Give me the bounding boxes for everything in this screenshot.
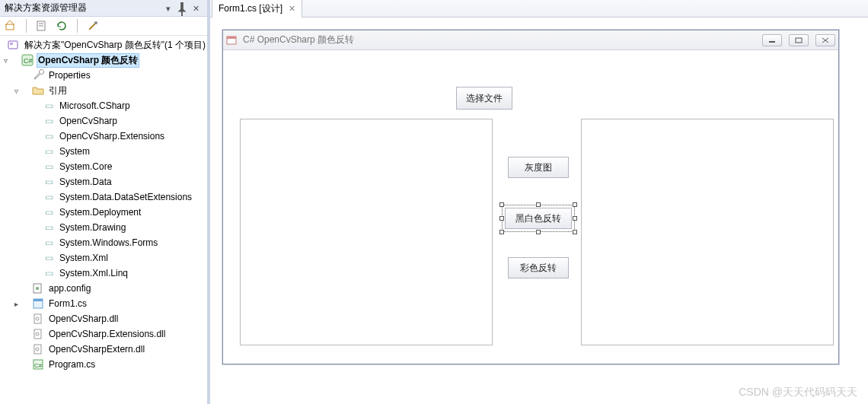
explorer-title-text: 解决方案资源管理器 bbox=[5, 2, 87, 14]
svg-rect-11 bbox=[34, 314, 41, 323]
properties-icon[interactable] bbox=[87, 20, 99, 32]
collapse-icon[interactable] bbox=[36, 20, 48, 32]
svg-rect-4 bbox=[10, 43, 13, 45]
reference-icon: ▭ bbox=[43, 115, 55, 127]
reference-item[interactable]: ▭System bbox=[0, 144, 207, 159]
reference-icon: ▭ bbox=[43, 176, 55, 188]
maximize-button[interactable] bbox=[789, 34, 809, 46]
reference-icon: ▭ bbox=[43, 206, 55, 218]
reference-item[interactable]: ▭System.Drawing bbox=[0, 220, 207, 235]
document-area: Form1.cs [设计] ✕ C# OpenCvSharp 颜色反转 选择文件 bbox=[210, 0, 868, 404]
form-title: C# OpenCvSharp 颜色反转 bbox=[243, 33, 354, 46]
reference-item[interactable]: ▭System.Xml.Linq bbox=[0, 266, 207, 281]
resize-handle[interactable] bbox=[573, 216, 577, 221]
reference-item[interactable]: ▭System.Deployment bbox=[0, 205, 207, 220]
picturebox-left[interactable] bbox=[240, 119, 493, 345]
explorer-toolbar bbox=[0, 17, 207, 36]
file-program[interactable]: C#Program.cs bbox=[0, 357, 207, 372]
reference-icon: ▭ bbox=[43, 161, 55, 173]
picturebox-right[interactable] bbox=[581, 119, 834, 345]
dropdown-icon[interactable]: ▾ bbox=[161, 2, 175, 14]
resize-handle[interactable] bbox=[573, 202, 577, 207]
resize-handle[interactable] bbox=[499, 230, 504, 234]
svg-rect-21 bbox=[769, 41, 775, 43]
resize-handle[interactable] bbox=[499, 216, 504, 221]
explorer-title-bar[interactable]: 解决方案资源管理器 ▾ ✕ bbox=[0, 0, 207, 17]
minimize-button[interactable] bbox=[762, 34, 782, 46]
references-node[interactable]: ▿ 引用 bbox=[0, 83, 207, 98]
solution-label: 解决方案"OpenCvSharp 颜色反转"(1 个项目) bbox=[23, 38, 207, 52]
reference-icon: ▭ bbox=[43, 130, 55, 142]
bw-invert-button[interactable]: 黑白色反转 bbox=[505, 208, 572, 229]
refresh-icon[interactable] bbox=[56, 20, 68, 32]
cs-icon: C# bbox=[32, 358, 44, 371]
reference-item[interactable]: ▭System.Data bbox=[0, 174, 207, 189]
folder-icon bbox=[32, 84, 44, 97]
solution-node[interactable]: 解决方案"OpenCvSharp 颜色反转"(1 个项目) bbox=[0, 37, 207, 52]
reference-item[interactable]: ▭Microsoft.CSharp bbox=[0, 98, 207, 113]
config-icon bbox=[32, 282, 44, 294]
reference-item[interactable]: ▭System.Windows.Forms bbox=[0, 235, 207, 250]
chevron-right-icon[interactable]: ▸ bbox=[11, 298, 21, 309]
reference-icon: ▭ bbox=[43, 237, 55, 249]
wrench-icon bbox=[32, 69, 44, 81]
form-icon bbox=[226, 34, 238, 46]
close-icon[interactable]: ✕ bbox=[189, 2, 203, 14]
properties-label: Properties bbox=[47, 69, 92, 81]
reference-item[interactable]: ▭OpenCvSharp.Extensions bbox=[0, 129, 207, 144]
select-file-button[interactable]: 选择文件 bbox=[456, 87, 512, 110]
references-label: 引用 bbox=[47, 84, 69, 98]
csproj-icon: C# bbox=[21, 54, 34, 66]
chevron-down-icon[interactable]: ▿ bbox=[11, 85, 21, 96]
reference-item[interactable]: ▭OpenCvSharp bbox=[0, 113, 207, 129]
resize-handle[interactable] bbox=[499, 202, 504, 207]
file-dll[interactable]: OpenCvSharp.dll bbox=[0, 311, 207, 326]
svg-point-2 bbox=[94, 21, 97, 24]
svg-text:C#: C# bbox=[34, 362, 43, 369]
svg-point-8 bbox=[36, 287, 39, 290]
designer-surface[interactable]: C# OpenCvSharp 颜色反转 选择文件 灰度图 黑白色反转 彩色反转 bbox=[210, 17, 868, 404]
chevron-down-icon[interactable]: ▿ bbox=[0, 55, 11, 65]
svg-text:C#: C# bbox=[24, 57, 33, 65]
file-appconfig[interactable]: app.config bbox=[0, 281, 207, 296]
form-client[interactable]: 选择文件 灰度图 黑白色反转 彩色反转 bbox=[223, 50, 838, 364]
svg-rect-15 bbox=[34, 345, 41, 354]
form-icon bbox=[32, 297, 44, 310]
resize-handle[interactable] bbox=[536, 230, 541, 234]
svg-rect-20 bbox=[227, 37, 236, 39]
chevron-right-icon[interactable] bbox=[0, 40, 8, 50]
file-form1[interactable]: ▸Form1.cs bbox=[0, 296, 207, 311]
reference-icon: ▭ bbox=[43, 100, 55, 112]
resize-handle[interactable] bbox=[536, 202, 541, 207]
reference-item[interactable]: ▭System.Xml bbox=[0, 250, 207, 266]
reference-item[interactable]: ▭System.Core bbox=[0, 159, 207, 174]
tab-form1-design[interactable]: Form1.cs [设计] ✕ bbox=[212, 0, 302, 17]
close-button[interactable] bbox=[815, 34, 835, 46]
svg-rect-0 bbox=[6, 24, 14, 30]
resize-handle[interactable] bbox=[573, 230, 577, 234]
solution-explorer-panel: 解决方案资源管理器 ▾ ✕ 解决方案"OpenCvSharp 颜色反转"(1 个… bbox=[0, 0, 210, 404]
reference-icon: ▭ bbox=[43, 267, 55, 279]
reference-icon: ▭ bbox=[43, 191, 55, 203]
document-tabs: Form1.cs [设计] ✕ bbox=[210, 0, 868, 17]
dll-icon bbox=[32, 343, 44, 355]
file-dll[interactable]: OpenCvSharpExtern.dll bbox=[0, 342, 207, 357]
project-node[interactable]: ▿ C# OpenCvSharp 颜色反转 bbox=[0, 52, 207, 68]
home-icon[interactable] bbox=[5, 20, 17, 32]
svg-rect-10 bbox=[34, 299, 43, 301]
reference-item[interactable]: ▭System.Data.DataSetExtensions bbox=[0, 189, 207, 205]
form-window[interactable]: C# OpenCvSharp 颜色反转 选择文件 灰度图 黑白色反转 彩色反转 bbox=[222, 30, 839, 364]
properties-node[interactable]: Properties bbox=[0, 68, 207, 83]
close-icon[interactable]: ✕ bbox=[289, 4, 295, 14]
file-dll[interactable]: OpenCvSharp.Extensions.dll bbox=[0, 326, 207, 342]
svg-rect-13 bbox=[34, 329, 41, 339]
reference-icon: ▭ bbox=[43, 221, 55, 234]
watermark: CSDN @天天代码码天天 bbox=[739, 386, 857, 399]
dll-icon bbox=[32, 313, 44, 325]
solution-icon bbox=[8, 39, 20, 51]
color-invert-button[interactable]: 彩色反转 bbox=[508, 257, 569, 278]
pin-icon[interactable] bbox=[175, 2, 189, 14]
solution-tree[interactable]: 解决方案"OpenCvSharp 颜色反转"(1 个项目) ▿ C# OpenC… bbox=[0, 36, 207, 404]
reference-icon: ▭ bbox=[43, 145, 55, 157]
gray-button[interactable]: 灰度图 bbox=[508, 157, 569, 178]
